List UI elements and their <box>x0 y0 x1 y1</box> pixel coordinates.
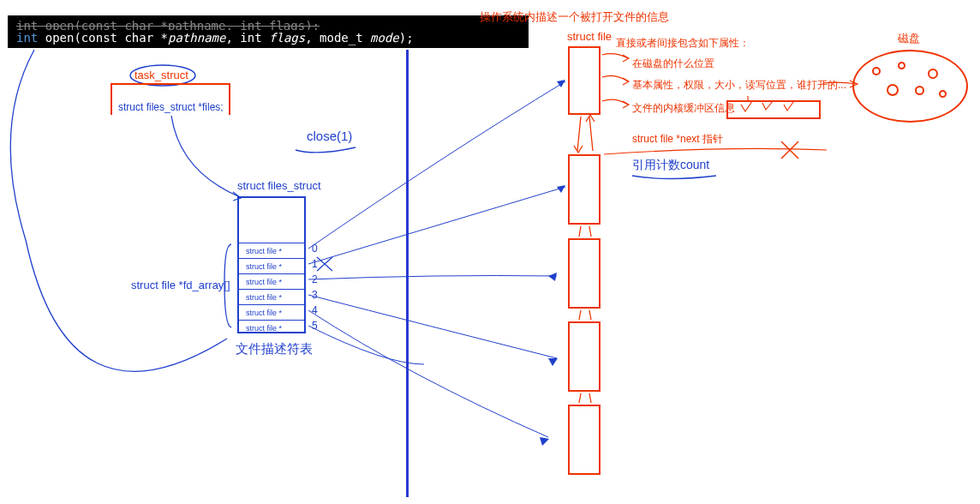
close-label: close(1) <box>307 129 352 143</box>
fd-row-4: struct file * <box>239 304 304 320</box>
disk-c1 <box>872 67 881 75</box>
file-box-4 <box>568 405 601 475</box>
code-block: int open(const char *pathname, int flags… <box>8 15 529 48</box>
fd-idx-0: 0 <box>312 243 318 255</box>
task-struct-label: task_struct <box>134 69 188 81</box>
attr-header: 直接或者间接包含如下属性： <box>616 36 750 51</box>
kw-int: int <box>16 31 38 45</box>
os-header: 操作系统内描述一个被打开文件的信息 <box>480 9 669 25</box>
attr1: 在磁盘的什么位置 <box>632 57 714 71</box>
code-mid2: , mode_t <box>305 31 370 45</box>
attr2: 基本属性，权限，大小，读写位置，谁打开的... <box>632 78 846 93</box>
disk-c5 <box>915 86 924 95</box>
fd-row-2: struct file * <box>239 273 304 289</box>
disk-c3 <box>928 69 938 79</box>
files-member-label: struct files_struct *files; <box>118 101 224 113</box>
file-box-3 <box>568 321 601 392</box>
file-box-0 <box>568 46 601 115</box>
fd-table-caption: 文件描述符表 <box>236 341 313 357</box>
file-box-2 <box>568 238 601 309</box>
files-struct-box: struct file * struct file * struct file … <box>237 196 306 333</box>
code-end: ); <box>399 31 414 45</box>
code-func: open(const char * <box>38 31 168 45</box>
fd-row-5: struct file * <box>239 320 304 335</box>
fd-row-0: struct file * <box>239 243 304 258</box>
next-ptr-label: struct file *next 指针 <box>632 132 723 147</box>
vertical-divider <box>406 50 409 497</box>
param-flags: flags <box>269 31 305 45</box>
fd-array-label: struct file *fd_array[] <box>131 279 230 291</box>
code-line1: int open(const char *pathname, int flags… <box>16 19 320 30</box>
disk-ellipse <box>852 50 968 123</box>
attr3: 文件的内核缓冲区信息 <box>632 101 735 116</box>
disk-label: 磁盘 <box>898 31 920 46</box>
file-box-1 <box>568 154 601 225</box>
disk-c2 <box>898 62 905 69</box>
fd-row-3: struct file * <box>239 289 304 304</box>
fd-idx-3: 3 <box>312 289 318 301</box>
param-pathname: pathname <box>168 31 225 45</box>
fd-idx-4: 4 <box>312 304 318 316</box>
fd-idx-1: 1 <box>312 258 318 270</box>
ref-count-label: 引用计数count <box>632 158 709 173</box>
fd-row-1: struct file * <box>239 258 304 273</box>
disk-c4 <box>887 84 899 96</box>
fd-idx-2: 2 <box>312 273 318 285</box>
fd-idx-5: 5 <box>312 320 318 332</box>
disk-c6 <box>939 90 947 98</box>
code-mid: , int <box>225 31 269 45</box>
struct-file-label: struct file <box>567 30 612 43</box>
files-struct-label: struct files_struct <box>237 179 321 192</box>
buffer-box <box>726 100 821 119</box>
param-mode: mode <box>370 31 399 45</box>
